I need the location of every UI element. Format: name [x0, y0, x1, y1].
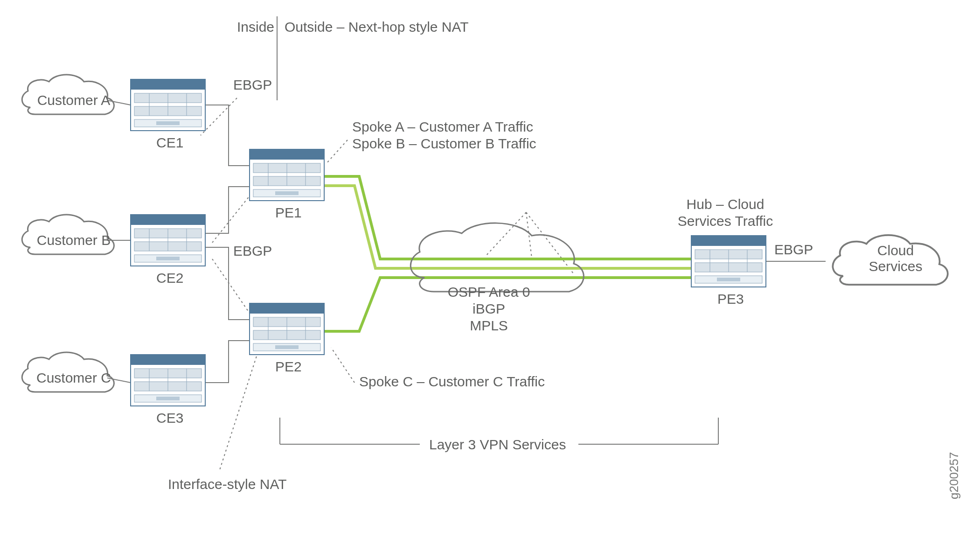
label-cloud-services: Cloud Services — [849, 243, 942, 274]
ifnat-leader — [219, 348, 259, 471]
label-ce2: CE2 — [156, 270, 183, 286]
spokeC-leader — [331, 348, 354, 383]
label-cloud-b: Customer B — [32, 232, 116, 248]
device-ce2 — [131, 215, 205, 266]
device-pe1 — [250, 149, 324, 201]
device-ce1 — [131, 79, 205, 131]
device-pe2 — [250, 303, 324, 355]
label-cloud-a: Customer A — [32, 92, 116, 108]
device-pe3 — [691, 236, 766, 287]
label-l3vpn: Layer 3 VPN Services — [429, 436, 566, 453]
label-ebgp-ce2: EBGP — [233, 243, 272, 259]
label-inside: Inside — [237, 19, 272, 35]
label-hub: Hub – Cloud Services Traffic — [672, 196, 779, 230]
label-ebgp-pe3: EBGP — [774, 241, 813, 258]
label-outside: Outside – Next-hop style NAT — [285, 19, 469, 35]
label-pe1: PE1 — [275, 204, 302, 221]
ebgp1-leader — [201, 98, 237, 135]
link-ce2-pe1 — [205, 187, 250, 233]
ospf-leader-3 — [526, 212, 574, 274]
diagram-svg — [0, 0, 980, 538]
label-cloud-c: Customer C — [32, 370, 116, 386]
spokeAB-leader — [327, 140, 348, 163]
link-pe1-pe3-b — [324, 186, 536, 268]
label-ifnat: Interface-style NAT — [168, 476, 287, 493]
link-ce3-pe2 — [205, 341, 250, 383]
label-ce1: CE1 — [156, 134, 183, 151]
device-ce3 — [131, 355, 205, 406]
figure-id: g200257 — [947, 452, 961, 499]
label-spoke-c: Spoke C – Customer C Traffic — [359, 373, 545, 390]
ospf-leader-1 — [485, 212, 526, 257]
label-spoke-ab: Spoke A – Customer A Traffic Spoke B – C… — [352, 119, 536, 152]
label-pe2: PE2 — [275, 358, 302, 375]
diagram-canvas: Inside Outside – Next-hop style NAT EBGP… — [0, 0, 980, 538]
label-ce3: CE3 — [156, 410, 183, 426]
link-pe1-pe3-a — [324, 176, 691, 259]
label-ospf: OSPF Area 0 iBGP MPLS — [433, 284, 545, 334]
cloud-core — [410, 223, 584, 292]
link-ce1-pe1 — [205, 105, 250, 166]
label-ebgp-ce1-pe1: EBGP — [233, 77, 272, 93]
label-pe3: PE3 — [717, 291, 744, 307]
